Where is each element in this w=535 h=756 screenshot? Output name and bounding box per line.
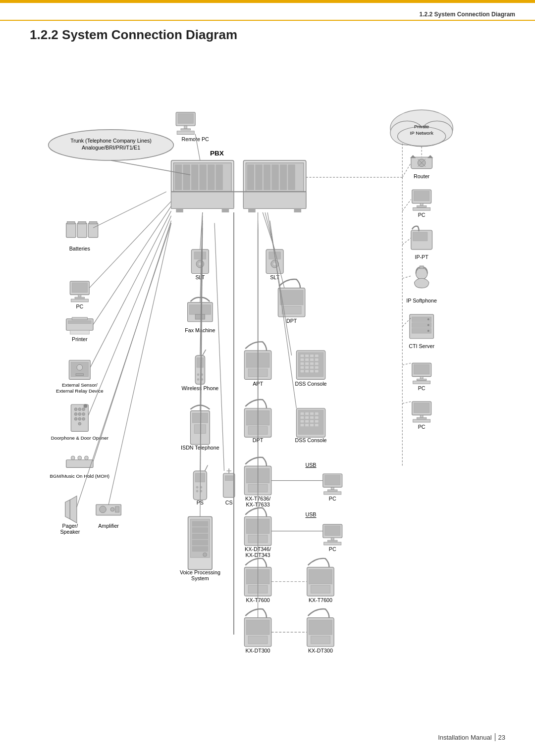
svg-rect-198 — [310, 416, 314, 419]
svg-rect-172 — [315, 362, 319, 365]
private-ip-network: Private IP Network — [390, 110, 453, 147]
svg-rect-218 — [225, 476, 233, 481]
pbx-left — [171, 160, 234, 212]
system-connection-diagram: PBX — [15, 57, 520, 716]
svg-marker-42 — [410, 155, 416, 158]
svg-rect-179 — [310, 370, 314, 373]
svg-rect-170 — [305, 362, 309, 365]
svg-line-149 — [203, 350, 206, 355]
svg-point-106 — [82, 408, 85, 411]
svg-rect-177 — [300, 370, 304, 373]
svg-rect-168 — [315, 358, 319, 361]
svg-rect-239 — [328, 540, 337, 542]
svg-rect-247 — [309, 569, 332, 584]
ext-sensor-label2: External Relay Device — [56, 388, 104, 394]
svg-rect-82 — [88, 223, 98, 237]
dss-console1 — [296, 351, 325, 379]
svg-rect-20 — [248, 208, 256, 212]
svg-rect-165 — [300, 358, 304, 361]
pbx-label: PBX — [210, 150, 224, 157]
svg-point-118 — [78, 456, 82, 460]
trunk-group: Trunk (Telephone Company Lines) Analogue… — [49, 130, 174, 160]
pc-kxdt346 — [323, 524, 342, 545]
svg-point-61 — [428, 324, 429, 326]
svg-rect-263 — [192, 540, 208, 545]
svg-rect-84 — [78, 222, 86, 224]
svg-point-54 — [416, 268, 427, 279]
svg-point-62 — [428, 330, 429, 332]
svg-line-86 — [93, 192, 166, 228]
svg-rect-164 — [315, 354, 319, 357]
svg-rect-88 — [72, 283, 87, 292]
ip-softphone-label: IP Softphone — [406, 298, 437, 303]
svg-rect-6 — [208, 165, 214, 190]
vps-device — [188, 517, 213, 570]
svg-rect-130 — [194, 252, 206, 259]
svg-rect-251 — [246, 620, 269, 635]
svg-rect-71 — [417, 417, 426, 419]
svg-rect-69 — [414, 403, 429, 412]
svg-rect-67 — [413, 381, 430, 384]
svg-rect-229 — [328, 490, 337, 491]
printer — [66, 317, 93, 334]
svg-rect-255 — [309, 620, 332, 635]
svg-rect-202 — [310, 420, 314, 423]
doorphone — [71, 404, 88, 431]
svg-rect-145 — [282, 306, 301, 314]
svg-line-78 — [402, 363, 411, 365]
svg-rect-204 — [300, 424, 304, 427]
svg-point-117 — [71, 456, 75, 460]
dss-console1-label: DSS Console — [295, 381, 326, 387]
svg-point-109 — [82, 413, 85, 416]
usb1-label: USB — [306, 462, 317, 468]
svg-rect-64 — [414, 364, 429, 374]
svg-rect-252 — [248, 636, 268, 644]
svg-point-110 — [74, 417, 77, 420]
svg-rect-3 — [183, 165, 190, 190]
svg-rect-194 — [310, 412, 314, 415]
svg-rect-7 — [216, 165, 223, 190]
cti-server-label: CTI Server — [409, 343, 434, 349]
svg-rect-50 — [417, 205, 426, 207]
page-title: 1.2.2 System Connection Diagram — [30, 27, 237, 43]
svg-rect-175 — [310, 366, 314, 369]
svg-rect-192 — [300, 412, 304, 415]
batteries — [66, 222, 98, 238]
svg-rect-81 — [77, 223, 87, 237]
svg-marker-121 — [65, 500, 70, 519]
svg-rect-238 — [331, 538, 334, 540]
svg-rect-230 — [324, 492, 341, 495]
bgm-moh — [66, 456, 93, 467]
ip-pt-label: IP-PT — [415, 254, 428, 260]
svg-rect-29 — [181, 129, 190, 130]
printer-label: Printer — [72, 336, 88, 342]
svg-text:IP Network: IP Network — [410, 131, 433, 136]
svg-rect-2 — [175, 165, 182, 190]
svg-line-115 — [88, 216, 171, 415]
svg-rect-163 — [310, 354, 314, 357]
svg-rect-10 — [222, 208, 229, 212]
svg-rect-18 — [288, 165, 295, 190]
vps-label1: Voice Processing — [180, 569, 220, 575]
svg-rect-144 — [280, 291, 303, 305]
svg-rect-148 — [197, 358, 204, 367]
svg-rect-53 — [413, 232, 428, 241]
svg-rect-184 — [194, 425, 206, 434]
dpt-top-label: DPT — [286, 318, 297, 324]
svg-rect-49 — [420, 203, 423, 206]
slt-left-label: SLT — [195, 274, 205, 280]
svg-rect-28 — [184, 126, 187, 129]
ext-sensor-label1: External Sensor/ — [62, 382, 98, 388]
svg-line-79 — [402, 402, 411, 403]
svg-point-112 — [82, 417, 85, 420]
svg-rect-203 — [315, 420, 319, 423]
pc-right2 — [412, 363, 431, 384]
svg-marker-43 — [428, 155, 433, 158]
svg-rect-141 — [195, 314, 205, 319]
ip-softphone — [415, 266, 429, 288]
footer-page: 23 — [498, 734, 505, 741]
vps-label2: System — [191, 575, 209, 581]
svg-rect-167 — [310, 358, 314, 361]
svg-rect-161 — [300, 354, 304, 357]
pc-left — [70, 281, 89, 302]
